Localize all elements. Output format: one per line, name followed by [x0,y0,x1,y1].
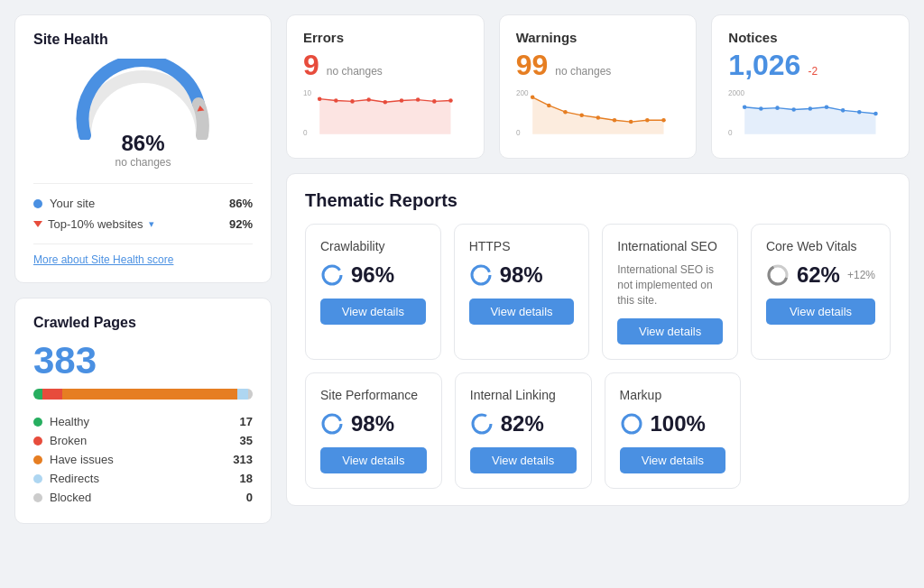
warnings-card: Warnings 99 no changes 200 0 [499,14,698,159]
pb-redirects [237,389,248,400]
pb-healthy [33,389,42,400]
gauge-sub: no changes [115,156,171,169]
top10-label: Top-10% websites [48,217,143,231]
blocked-dot [33,493,42,502]
intl-seo-view-btn[interactable]: View details [617,318,723,345]
report-internal-linking: Internal Linking 82% View details [455,372,592,489]
svg-point-14 [531,96,535,100]
svg-point-21 [645,118,650,123]
legend-redirects: Redirects 18 [33,469,253,488]
report-crawlability: Crawlability 96% View details [305,224,441,360]
markup-icon [620,412,643,436]
core-web-vitals-delta: +12% [847,269,875,281]
gauge-container: 86% no changes [33,59,253,169]
svg-point-5 [350,99,355,104]
internal-linking-score-row: 82% [470,411,577,436]
svg-point-29 [808,106,813,111]
internal-linking-icon [470,412,494,436]
broken-count: 35 [240,434,253,447]
crawlability-score-icon [320,263,344,287]
svg-text:200: 200 [516,89,529,97]
report-markup: Markup 100% View details [605,372,742,489]
svg-point-25 [743,105,747,109]
warnings-change: no changes [555,65,611,78]
blocked-count: 0 [246,491,253,504]
svg-point-4 [334,98,338,103]
site-health-title: Site Health [33,32,253,48]
warnings-value-row: 99 no changes [516,51,680,79]
legend-blocked: Blocked 0 [33,488,253,507]
your-site-dot [33,199,42,208]
errors-label: Errors [303,30,467,45]
errors-change: no changes [327,65,383,78]
site-performance-name: Site Performance [320,388,427,402]
healthy-dot [33,418,42,427]
dashboard: Site Health 86% no changes [14,14,910,524]
errors-chart: 10 0 [303,87,467,141]
errors-card: Errors 9 no changes 10 0 [286,14,485,159]
svg-point-33 [874,112,879,116]
svg-text:0: 0 [728,129,733,137]
errors-value-row: 9 no changes [303,51,467,79]
report-site-performance: Site Performance 98% View details [305,372,442,489]
warnings-value: 99 [516,51,549,79]
site-performance-score: 98% [351,411,394,436]
internal-linking-view-btn[interactable]: View details [470,447,577,473]
gauge-percent: 86% [115,131,171,156]
site-performance-view-btn[interactable]: View details [320,447,427,473]
svg-text:0: 0 [516,129,521,137]
svg-point-6 [366,97,371,102]
notices-change: -2 [808,65,818,78]
svg-point-34 [323,266,341,284]
your-site-val: 86% [229,197,253,210]
https-view-btn[interactable]: View details [469,299,575,325]
top10-val: 92% [229,217,253,231]
svg-point-11 [448,98,453,103]
svg-point-30 [825,105,829,109]
broken-label: Broken [50,434,87,447]
core-web-vitals-score: 62% [797,262,840,288]
metrics-row: Errors 9 no changes 10 0 [286,14,910,159]
pb-broken [42,389,62,400]
https-name: HTTPS [469,239,575,253]
notices-label: Notices [728,30,892,45]
report-intl-seo: International SEO International SEO is n… [602,224,738,360]
issues-label: Have issues [50,453,114,466]
crawlability-view-btn[interactable]: View details [320,299,426,325]
your-site-legend: Your site 86% [33,193,253,214]
core-web-vitals-icon [766,263,790,287]
site-performance-icon [320,412,344,436]
internal-linking-score: 82% [501,411,544,436]
svg-text:10: 10 [303,89,312,97]
pb-issues [62,389,237,400]
notices-card: Notices 1,026 -2 2000 0 [711,14,910,159]
svg-point-18 [596,115,600,120]
top10-legend: Top-10% websites ▾ 92% [33,214,253,234]
legend-broken: Broken 35 [33,431,253,450]
redirects-dot [33,474,42,483]
svg-point-39 [473,415,491,433]
svg-point-15 [547,104,551,108]
svg-point-3 [318,96,322,101]
crawled-progress-bar [33,389,253,400]
more-about-link[interactable]: More about Site Health score [33,253,253,266]
reports-row-2: Site Performance 98% View details Intern… [305,372,891,489]
markup-score: 100% [651,411,706,436]
svg-point-16 [563,110,568,115]
site-performance-score-row: 98% [320,411,427,436]
markup-view-btn[interactable]: View details [620,447,726,473]
issues-dot [33,455,42,464]
svg-point-40 [623,415,641,433]
svg-point-9 [416,97,420,102]
markup-name: Markup [620,388,726,402]
your-site-label: Your site [50,197,95,210]
redirects-count: 18 [240,472,253,485]
core-web-vitals-view-btn[interactable]: View details [766,299,875,325]
svg-point-26 [759,106,763,111]
svg-point-8 [400,98,404,103]
top10-chevron: ▾ [149,218,154,230]
crawled-pages-card: Crawled Pages 383 Healthy 17 Broken [14,298,272,524]
intl-seo-desc: International SEO is not implemented on … [617,262,723,308]
errors-value: 9 [303,51,319,79]
svg-point-32 [857,110,862,115]
